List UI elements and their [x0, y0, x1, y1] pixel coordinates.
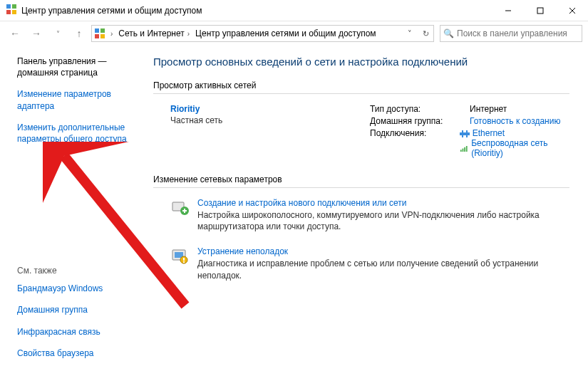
svg-rect-9: [100, 28, 105, 33]
access-type-value: Интернет: [470, 104, 507, 114]
new-connection-icon: [170, 198, 190, 218]
forward-button[interactable]: →: [27, 24, 46, 43]
up-button[interactable]: ↑: [70, 24, 88, 43]
refresh-button[interactable]: ↻: [418, 26, 433, 41]
sidebar: Панель управления — домашняя страница Из…: [0, 46, 146, 376]
title-bar: Центр управления сетями и общим доступом: [0, 0, 588, 21]
svg-rect-14: [466, 130, 468, 137]
svg-rect-17: [464, 147, 465, 152]
svg-rect-11: [100, 34, 105, 38]
task-new-connection-desc: Настройка широкополосного, коммутируемог…: [197, 209, 569, 232]
svg-rect-8: [95, 28, 99, 33]
page-heading: Просмотр основных сведений о сети и наст…: [153, 56, 569, 68]
maximize-button[interactable]: [524, 0, 556, 21]
sidebar-home-link[interactable]: Панель управления — домашняя страница: [17, 56, 138, 78]
svg-rect-5: [537, 8, 543, 14]
svg-rect-13: [462, 130, 463, 137]
toolbar: ← → ˅ ↑ › Сеть и Интернет› Центр управле…: [0, 21, 588, 46]
connections-label: Подключения:: [370, 128, 453, 138]
see-also-heading: См. также: [17, 266, 138, 276]
access-type-label: Тип доступа:: [370, 104, 463, 114]
svg-rect-18: [466, 146, 468, 152]
task-troubleshoot-desc: Диагностика и исправление проблем с сеть…: [197, 258, 569, 281]
minimize-button[interactable]: [492, 0, 524, 21]
svg-rect-3: [12, 10, 16, 14]
connection-wifi-link[interactable]: Беспроводная сеть (Rioritiy): [471, 138, 569, 158]
svg-rect-16: [462, 149, 463, 152]
connection-ethernet-link[interactable]: Ethernet: [473, 128, 505, 138]
svg-rect-26: [183, 258, 185, 261]
svg-rect-22: [184, 209, 185, 213]
svg-rect-2: [6, 10, 11, 14]
search-box[interactable]: 🔍: [440, 25, 582, 42]
see-also-infrared[interactable]: Инфракрасная связь: [17, 326, 138, 338]
task-troubleshoot: Устранение неполадок Диагностика и испра…: [153, 246, 569, 281]
app-icon: [6, 4, 17, 17]
svg-rect-15: [460, 150, 462, 152]
breadcrumb-network[interactable]: Сеть и Интернет›: [115, 26, 192, 41]
network-type: Частная сеть: [170, 115, 356, 125]
svg-rect-12: [460, 132, 470, 135]
svg-rect-10: [95, 34, 99, 38]
back-button[interactable]: ←: [6, 24, 24, 43]
active-networks-heading: Просмотр активных сетей: [153, 80, 569, 94]
svg-rect-1: [12, 4, 16, 9]
close-button[interactable]: [556, 0, 588, 21]
recent-button[interactable]: ˅: [48, 24, 67, 43]
address-dropdown[interactable]: ˅: [402, 26, 418, 41]
change-settings-heading: Изменение сетевых параметров: [153, 174, 569, 188]
search-icon: 🔍: [443, 28, 454, 38]
address-bar[interactable]: › Сеть и Интернет› Центр управления сетя…: [91, 25, 434, 42]
breadcrumb-network-label: Сеть и Интернет: [118, 28, 184, 38]
task-new-connection: Создание и настройка нового подключения …: [153, 198, 569, 232]
sidebar-link-adapter[interactable]: Изменение параметров адаптера: [17, 88, 138, 111]
homegroup-label: Домашняя группа:: [370, 116, 463, 126]
svg-rect-27: [183, 261, 185, 263]
breadcrumb-current-label: Центр управления сетями и общим доступом: [195, 28, 376, 38]
breadcrumb-separator-root[interactable]: ›: [108, 26, 115, 41]
sidebar-link-sharing[interactable]: Изменить дополнительные параметры общего…: [17, 122, 138, 145]
see-also-homegroup[interactable]: Домашняя группа: [17, 304, 138, 315]
homegroup-link[interactable]: Готовность к созданию: [470, 116, 560, 126]
see-also-browser[interactable]: Свойства браузера: [17, 348, 138, 359]
see-also-firewall[interactable]: Брандмауэр Windows: [17, 283, 138, 294]
main-panel: Просмотр основных сведений о сети и наст…: [146, 46, 588, 376]
wifi-icon: [460, 145, 468, 152]
task-new-connection-link[interactable]: Создание и настройка нового подключения …: [197, 198, 569, 208]
search-input[interactable]: [457, 28, 579, 38]
ethernet-icon: [460, 130, 470, 137]
address-icon: [92, 28, 108, 39]
network-name: Rioritiy: [170, 104, 356, 114]
troubleshoot-icon: [170, 246, 190, 266]
svg-rect-0: [6, 4, 11, 9]
window-title: Центр управления сетями и общим доступом: [21, 6, 202, 16]
breadcrumb-current[interactable]: Центр управления сетями и общим доступом: [192, 26, 379, 41]
task-troubleshoot-link[interactable]: Устранение неполадок: [197, 246, 569, 256]
